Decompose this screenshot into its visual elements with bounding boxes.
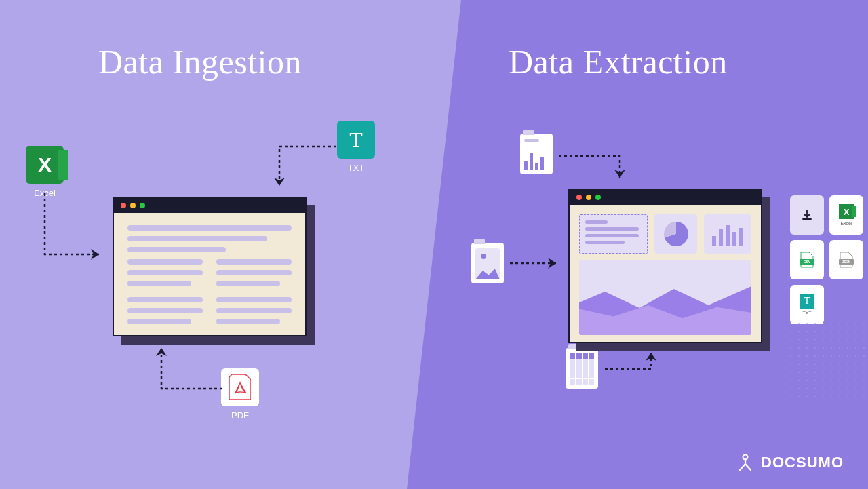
table-document-input: [566, 348, 598, 389]
txt-output-label: TXT: [802, 311, 811, 315]
area-chart-card: [579, 260, 751, 335]
pie-chart-card: [654, 214, 696, 254]
title-ingestion: Data Ingestion: [98, 42, 302, 81]
excel-icon: X: [26, 146, 64, 184]
image-icon: [475, 248, 500, 279]
brand-name: DOCSUMO: [761, 454, 844, 471]
excel-label: Excel: [34, 188, 56, 198]
pdf-label: PDF: [231, 410, 249, 420]
excel-output-label: Excel: [840, 221, 852, 226]
decorative-dots: [787, 319, 868, 401]
traffic-light-yellow: [586, 195, 591, 200]
window-header: [114, 198, 305, 213]
txt-output: T TXT: [790, 285, 824, 324]
bar-chart-icon: [524, 151, 549, 170]
pdf-source: PDF: [221, 368, 259, 420]
mini-bar-chart-icon: [712, 222, 743, 246]
docsumo-mark-icon: [736, 454, 754, 471]
json-icon: JSON: [839, 251, 854, 269]
ingestion-window: [113, 197, 307, 336]
pie-chart-icon: [664, 222, 688, 246]
svg-text:CSV: CSV: [804, 260, 811, 264]
text-selection-card: [579, 214, 648, 254]
traffic-light-green: [595, 195, 601, 200]
window-header: [570, 190, 761, 205]
svg-text:JSON: JSON: [842, 260, 850, 264]
csv-output: CSV: [790, 240, 824, 279]
title-extraction: Data Extraction: [509, 42, 728, 81]
txt-icon: T: [800, 294, 814, 309]
traffic-light-red: [576, 195, 582, 200]
traffic-light-red: [121, 203, 126, 208]
document-lines: [114, 213, 305, 336]
txt-icon: T: [337, 121, 375, 159]
table-icon: [570, 353, 594, 385]
traffic-light-yellow: [130, 203, 136, 208]
download-output: [790, 195, 824, 235]
txt-source: T TXT: [337, 121, 375, 173]
brand-logo: DOCSUMO: [736, 454, 844, 471]
diagram-canvas: Data Ingestion Data Extraction X Excel T…: [0, 0, 868, 489]
image-document-input: [471, 243, 504, 283]
pdf-icon: [221, 368, 259, 406]
txt-label: TXT: [348, 163, 365, 173]
extraction-window: [568, 189, 762, 343]
csv-icon: CSV: [800, 251, 814, 269]
traffic-light-green: [140, 203, 145, 208]
chart-document-input: [520, 134, 553, 174]
excel-output: X Excel: [829, 195, 863, 235]
excel-source: X Excel: [26, 146, 64, 198]
excel-icon: X: [839, 204, 854, 219]
json-output: JSON: [829, 240, 863, 279]
download-icon: [801, 209, 813, 221]
output-formats: X Excel CSV JSON T TXT: [790, 195, 863, 324]
dashboard: [570, 205, 761, 345]
bar-chart-card: [704, 214, 751, 254]
